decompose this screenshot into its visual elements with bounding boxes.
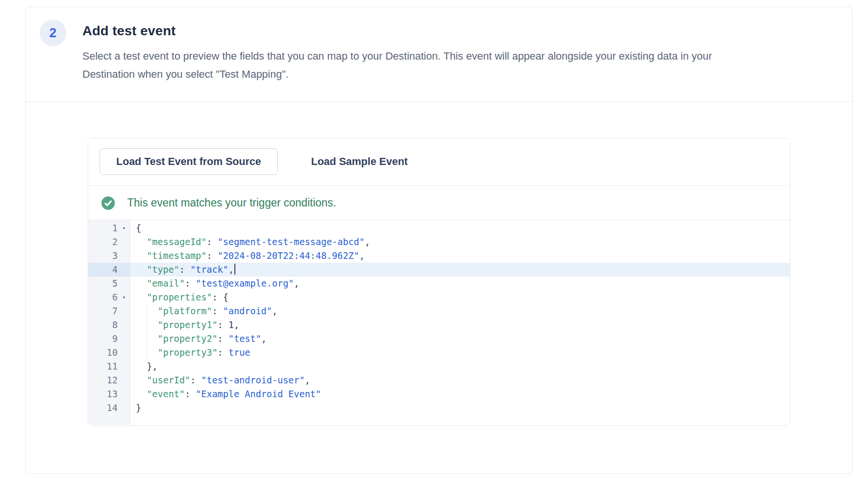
indent-guide	[147, 332, 147, 346]
code-line[interactable]: "messageId": "segment-test-message-abcd"…	[131, 235, 790, 249]
code-line[interactable]: "timestamp": "2024-08-20T22:44:48.962Z",	[131, 249, 790, 263]
check-circle-icon	[101, 196, 115, 210]
page: 2 Add test event Select a test event to …	[0, 0, 868, 494]
text-cursor	[234, 264, 235, 275]
line-number: 13	[88, 387, 130, 401]
step-content: Load Test Event from Source Load Sample …	[26, 102, 852, 426]
code-line[interactable]: "type": "track",	[131, 263, 790, 277]
fold-spacer	[118, 263, 130, 277]
editor-gutter: 1▾23456▾7891011121314	[88, 220, 131, 425]
step-number-badge: 2	[40, 20, 66, 46]
event-actions-row: Load Test Event from Source Load Sample …	[88, 138, 790, 186]
line-number: 9	[88, 332, 130, 346]
code-line[interactable]: "email": "test@example.org",	[131, 277, 790, 290]
fold-spacer	[118, 401, 130, 415]
fold-spacer	[118, 387, 130, 401]
step-description: Select a test event to preview the field…	[82, 47, 712, 83]
editor-code-area[interactable]: { "messageId": "segment-test-message-abc…	[131, 220, 790, 425]
step-header: 2 Add test event Select a test event to …	[26, 7, 852, 102]
code-line[interactable]: "event": "Example Android Event"	[131, 387, 790, 401]
line-number: 10	[88, 346, 130, 360]
fold-spacer	[118, 304, 130, 318]
line-number: 6▾	[88, 290, 130, 304]
indent-guide	[147, 346, 147, 360]
fold-arrow-icon[interactable]: ▾	[118, 221, 130, 235]
line-number: 11	[88, 360, 130, 373]
json-editor[interactable]: 1▾23456▾7891011121314 { "messageId": "se…	[88, 220, 790, 425]
code-line[interactable]: "platform": "android",	[131, 304, 790, 318]
line-number: 2	[88, 235, 130, 249]
line-number: 12	[88, 373, 130, 387]
indent-guide	[147, 318, 147, 332]
line-number: 7	[88, 304, 130, 318]
step-header-text: Add test event Select a test event to pr…	[82, 20, 712, 83]
fold-spacer	[118, 373, 130, 387]
line-number: 1▾	[88, 221, 130, 235]
code-line[interactable]: {	[131, 221, 790, 235]
fold-spacer	[118, 235, 130, 249]
code-line[interactable]: "property1": 1,	[131, 318, 790, 332]
code-line[interactable]: "property2": "test",	[131, 332, 790, 346]
fold-spacer	[118, 346, 130, 360]
fold-spacer	[118, 318, 130, 332]
page-title: Add test event	[82, 23, 712, 39]
load-test-event-button[interactable]: Load Test Event from Source	[100, 148, 278, 175]
fold-spacer	[118, 277, 130, 290]
indent-guide	[147, 304, 147, 318]
test-event-panel: Load Test Event from Source Load Sample …	[88, 138, 790, 426]
trigger-match-status: This event matches your trigger conditio…	[88, 186, 790, 220]
code-line[interactable]: "properties": {	[131, 290, 790, 304]
line-number: 5	[88, 277, 130, 290]
fold-spacer	[118, 360, 130, 373]
fold-spacer	[118, 249, 130, 263]
load-sample-event-button[interactable]: Load Sample Event	[306, 148, 413, 175]
code-line[interactable]: }	[131, 401, 790, 415]
status-message: This event matches your trigger conditio…	[127, 196, 336, 209]
code-line[interactable]: "property3": true	[131, 346, 790, 360]
line-number: 4	[88, 263, 130, 277]
code-line[interactable]: },	[131, 360, 790, 373]
fold-spacer	[118, 332, 130, 346]
add-test-event-card: 2 Add test event Select a test event to …	[25, 7, 853, 474]
fold-arrow-icon[interactable]: ▾	[118, 290, 130, 304]
line-number: 8	[88, 318, 130, 332]
line-number: 14	[88, 401, 130, 415]
code-line[interactable]: "userId": "test-android-user",	[131, 373, 790, 387]
line-number: 3	[88, 249, 130, 263]
